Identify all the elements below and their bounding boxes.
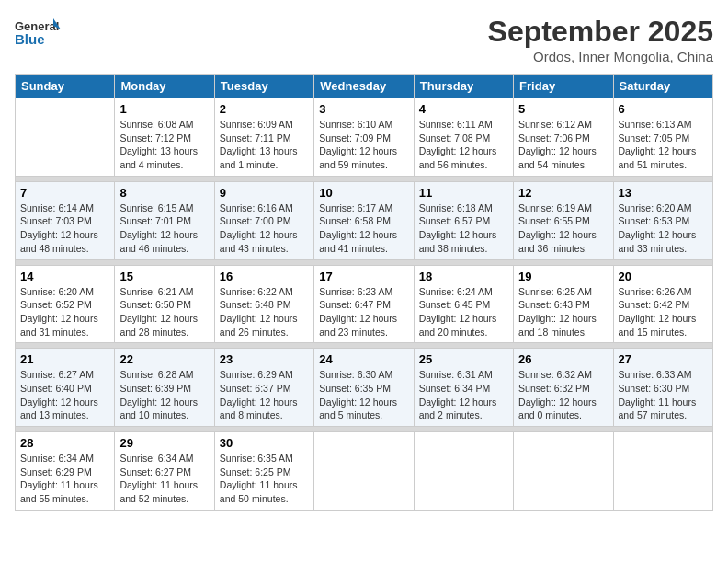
calendar-cell: 22 Sunrise: 6:28 AM Sunset: 6:39 PM Dayl… (115, 349, 214, 427)
cell-info: Sunrise: 6:20 AM Sunset: 6:52 PM Dayligh… (20, 285, 109, 339)
cell-info: Sunrise: 6:14 AM Sunset: 7:03 PM Dayligh… (20, 201, 109, 256)
day-number: 20 (619, 270, 708, 283)
daylight-text: Daylight: 12 hours and 36 minutes. (518, 228, 608, 255)
cell-info: Sunrise: 6:12 AM Sunset: 7:06 PM Dayligh… (518, 118, 608, 172)
cell-info: Sunrise: 6:34 AM Sunset: 6:27 PM Dayligh… (119, 452, 209, 506)
sunrise-text: Sunrise: 6:12 AM (518, 118, 608, 132)
daylight-text: Daylight: 12 hours and 0 minutes. (518, 396, 608, 422)
calendar-cell: 16 Sunrise: 6:22 AM Sunset: 6:48 PM Dayl… (214, 265, 313, 343)
sunrise-text: Sunrise: 6:25 AM (518, 285, 608, 299)
sunrise-text: Sunrise: 6:29 AM (220, 368, 309, 382)
svg-text:Blue: Blue (15, 31, 45, 47)
sunrise-text: Sunrise: 6:18 AM (419, 201, 508, 215)
sunset-text: Sunset: 6:37 PM (220, 382, 309, 396)
sunset-text: Sunset: 6:58 PM (319, 214, 408, 228)
daylight-text: Daylight: 12 hours and 23 minutes. (319, 312, 408, 339)
header: General Blue September 2025 Ordos, Inner… (15, 15, 713, 64)
sunset-text: Sunset: 7:09 PM (319, 132, 408, 145)
daylight-text: Daylight: 12 hours and 33 minutes. (619, 228, 708, 255)
daylight-text: Daylight: 12 hours and 13 minutes. (20, 396, 109, 422)
sunrise-text: Sunrise: 6:27 AM (20, 368, 109, 382)
header-thursday: Thursday (414, 75, 513, 98)
sunrise-text: Sunrise: 6:34 AM (119, 452, 209, 465)
logo: General Blue (15, 15, 61, 52)
sunrise-text: Sunrise: 6:14 AM (20, 201, 109, 215)
calendar-cell (514, 432, 613, 511)
sunset-text: Sunset: 6:27 PM (119, 465, 209, 479)
daylight-text: Daylight: 12 hours and 51 minutes. (619, 144, 708, 171)
calendar-cell: 21 Sunrise: 6:27 AM Sunset: 6:40 PM Dayl… (16, 349, 115, 427)
calendar-cell (314, 432, 414, 511)
sunrise-text: Sunrise: 6:20 AM (20, 285, 109, 299)
sunset-text: Sunset: 7:05 PM (619, 132, 708, 145)
day-number: 16 (220, 270, 309, 283)
cell-info: Sunrise: 6:24 AM Sunset: 6:45 PM Dayligh… (419, 285, 508, 339)
day-number: 7 (20, 186, 109, 200)
daylight-text: Daylight: 12 hours and 54 minutes. (518, 144, 608, 171)
sunset-text: Sunset: 6:57 PM (419, 214, 508, 228)
sunset-text: Sunset: 6:25 PM (220, 465, 309, 479)
sunrise-text: Sunrise: 6:10 AM (319, 118, 408, 132)
daylight-text: Daylight: 12 hours and 18 minutes. (518, 312, 608, 339)
daylight-text: Daylight: 12 hours and 41 minutes. (319, 228, 408, 255)
sunrise-text: Sunrise: 6:30 AM (319, 368, 408, 382)
sunrise-text: Sunrise: 6:22 AM (220, 285, 309, 299)
calendar-cell: 25 Sunrise: 6:31 AM Sunset: 6:34 PM Dayl… (414, 349, 513, 427)
calendar-cell: 5 Sunrise: 6:12 AM Sunset: 7:06 PM Dayli… (514, 98, 613, 177)
calendar-cell (414, 432, 513, 511)
daylight-text: Daylight: 12 hours and 20 minutes. (419, 312, 508, 339)
calendar-cell: 26 Sunrise: 6:32 AM Sunset: 6:32 PM Dayl… (514, 349, 613, 427)
cell-info: Sunrise: 6:35 AM Sunset: 6:25 PM Dayligh… (220, 452, 309, 506)
daylight-text: Daylight: 12 hours and 8 minutes. (220, 396, 309, 422)
sunrise-text: Sunrise: 6:15 AM (119, 201, 209, 215)
sunrise-text: Sunrise: 6:32 AM (518, 368, 608, 382)
daylight-text: Daylight: 13 hours and 4 minutes. (119, 144, 209, 171)
cell-info: Sunrise: 6:18 AM Sunset: 6:57 PM Dayligh… (419, 201, 508, 256)
sunset-text: Sunset: 6:30 PM (619, 382, 708, 396)
calendar-cell: 10 Sunrise: 6:17 AM Sunset: 6:58 PM Dayl… (314, 181, 414, 259)
daylight-text: Daylight: 12 hours and 59 minutes. (319, 144, 408, 171)
cell-info: Sunrise: 6:26 AM Sunset: 6:42 PM Dayligh… (619, 285, 708, 339)
day-number: 6 (619, 102, 708, 116)
calendar-cell: 17 Sunrise: 6:23 AM Sunset: 6:47 PM Dayl… (314, 265, 414, 343)
calendar-cell: 1 Sunrise: 6:08 AM Sunset: 7:12 PM Dayli… (115, 98, 214, 177)
sunset-text: Sunset: 6:39 PM (119, 382, 209, 396)
cell-info: Sunrise: 6:20 AM Sunset: 6:53 PM Dayligh… (619, 201, 708, 256)
sunrise-text: Sunrise: 6:31 AM (419, 368, 508, 382)
sunset-text: Sunset: 7:00 PM (220, 214, 309, 228)
calendar-cell: 18 Sunrise: 6:24 AM Sunset: 6:45 PM Dayl… (414, 265, 513, 343)
cell-info: Sunrise: 6:16 AM Sunset: 7:00 PM Dayligh… (220, 201, 309, 256)
calendar-cell: 14 Sunrise: 6:20 AM Sunset: 6:52 PM Dayl… (16, 265, 115, 343)
sunrise-text: Sunrise: 6:35 AM (220, 452, 309, 465)
location-subtitle: Ordos, Inner Mongolia, China (488, 49, 713, 64)
cell-info: Sunrise: 6:32 AM Sunset: 6:32 PM Dayligh… (518, 368, 608, 422)
daylight-text: Daylight: 12 hours and 2 minutes. (419, 396, 508, 422)
sunrise-text: Sunrise: 6:19 AM (518, 201, 608, 215)
sunset-text: Sunset: 6:50 PM (119, 298, 209, 312)
sunset-text: Sunset: 7:08 PM (419, 132, 508, 145)
calendar-cell: 29 Sunrise: 6:34 AM Sunset: 6:27 PM Dayl… (115, 432, 214, 511)
sunset-text: Sunset: 6:32 PM (518, 382, 608, 396)
daylight-text: Daylight: 11 hours and 52 minutes. (119, 478, 209, 505)
daylight-text: Daylight: 12 hours and 5 minutes. (319, 396, 408, 422)
cell-info: Sunrise: 6:25 AM Sunset: 6:43 PM Dayligh… (518, 285, 608, 339)
week-row-1: 1 Sunrise: 6:08 AM Sunset: 7:12 PM Dayli… (16, 98, 713, 177)
cell-info: Sunrise: 6:31 AM Sunset: 6:34 PM Dayligh… (419, 368, 508, 422)
sunset-text: Sunset: 6:48 PM (220, 298, 309, 312)
sunrise-text: Sunrise: 6:33 AM (619, 368, 708, 382)
day-number: 11 (419, 186, 508, 200)
day-number: 9 (220, 186, 309, 200)
sunrise-text: Sunrise: 6:34 AM (20, 452, 109, 465)
sunset-text: Sunset: 6:35 PM (319, 382, 408, 396)
header-saturday: Saturday (613, 75, 712, 98)
daylight-text: Daylight: 11 hours and 55 minutes. (20, 478, 109, 505)
header-monday: Monday (115, 75, 214, 98)
header-tuesday: Tuesday (214, 75, 313, 98)
calendar-cell: 19 Sunrise: 6:25 AM Sunset: 6:43 PM Dayl… (514, 265, 613, 343)
sunrise-text: Sunrise: 6:08 AM (119, 118, 209, 132)
calendar-cell: 28 Sunrise: 6:34 AM Sunset: 6:29 PM Dayl… (16, 432, 115, 511)
header-wednesday: Wednesday (314, 75, 414, 98)
sunset-text: Sunset: 7:03 PM (20, 214, 109, 228)
sunrise-text: Sunrise: 6:26 AM (619, 285, 708, 299)
sunrise-text: Sunrise: 6:23 AM (319, 285, 408, 299)
